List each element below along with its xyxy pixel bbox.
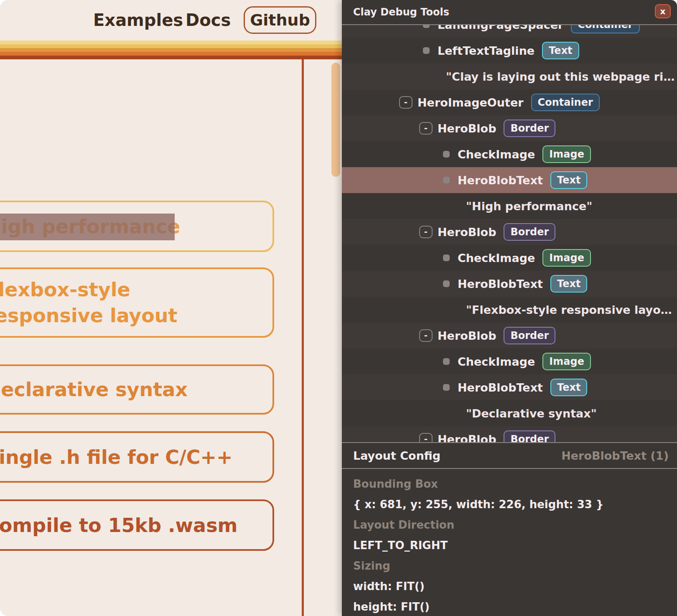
element-type-pill: Border [504, 223, 555, 241]
tree-row-string[interactable]: "Clay is laying out this webpage right n… [342, 64, 677, 89]
property-label: Bounding Box [353, 474, 677, 494]
tree-row-heroblob[interactable]: -HeroBlobBorder [342, 115, 677, 141]
tree-row-heroimageouter[interactable]: -HeroImageOuterContainer [342, 89, 677, 115]
leaf-bullet-icon [443, 384, 450, 391]
element-type-pill: Image [542, 353, 591, 370]
debug-selection-highlight [0, 214, 175, 240]
element-type-pill: Border [504, 430, 555, 442]
element-type-pill: Border [504, 120, 555, 137]
leaf-bullet-icon [443, 358, 450, 365]
hero-blob: Single .h file for C/C++ [0, 431, 274, 483]
property-value: { x: 681, y: 255, width: 226, height: 33… [353, 494, 677, 515]
hero-blob-text: Flexbox-style responsive layout [0, 277, 248, 328]
element-text-content: "Declarative syntax" [342, 407, 597, 420]
tree-row-lefttexttagline[interactable]: LeftTextTaglineText [342, 38, 677, 64]
nav-link-examples[interactable]: Examples [93, 10, 183, 30]
element-name: CheckImage [342, 355, 535, 368]
leaf-bullet-icon [443, 280, 450, 287]
element-name: HeroBlobText [342, 174, 543, 187]
element-name: CheckImage [342, 252, 535, 265]
tree-row-heroblobtext[interactable]: HeroBlobTextText [342, 271, 677, 297]
hero-blob-text: Single .h file for C/C++ [0, 444, 233, 470]
selected-element-label: HeroBlobText (1) [561, 449, 669, 462]
vertical-accent-line [302, 59, 304, 616]
debug-panel-title: Clay Debug Tools [353, 0, 449, 24]
leaf-bullet-icon [443, 255, 450, 261]
github-button[interactable]: Github [244, 6, 316, 34]
tree-row-string[interactable]: "Flexbox-style responsive layout" [342, 297, 677, 323]
hero-blob-text: Declarative syntax [0, 377, 188, 402]
element-type-pill: Border [504, 327, 555, 344]
element-name: CheckImage [342, 148, 535, 161]
element-tree: LandingPageSpacerContainerLeftTextTaglin… [342, 25, 677, 442]
element-type-pill: Text [550, 275, 587, 293]
tree-row-landingpagespacer[interactable]: LandingPageSpacerContainer [342, 25, 677, 38]
element-type-pill: Text [542, 42, 579, 59]
clay-debug-tools-panel: Clay Debug Tools x LandingPageSpacerCont… [342, 0, 677, 616]
element-type-pill: Text [550, 171, 587, 189]
tree-row-string[interactable]: "High performance" [342, 193, 677, 219]
nav-link-docs[interactable]: Docs [186, 10, 231, 30]
element-name: LandingPageSpacer [342, 25, 563, 31]
collapse-button[interactable]: - [419, 122, 433, 135]
tree-row-checkimage[interactable]: CheckImageImage [342, 349, 677, 374]
property-value: LEFT_TO_RIGHT [353, 535, 677, 556]
tree-row-checkimage[interactable]: CheckImageImage [342, 245, 677, 271]
layout-config-properties: Bounding Box{ x: 681, y: 255, width: 226… [342, 470, 677, 616]
tree-row-string[interactable]: "Declarative syntax" [342, 400, 677, 426]
property-value: width: FIT() [353, 576, 677, 597]
tree-row-heroblobtext[interactable]: HeroBlobTextText [342, 374, 677, 400]
hero-blob-text: Compile to 15kb .wasm [0, 512, 237, 538]
property-value: height: FIT() [353, 597, 677, 616]
element-name: LeftTextTagline [342, 44, 534, 57]
element-type-pill: Image [542, 249, 591, 267]
tree-row-checkimage[interactable]: CheckImageImage [342, 141, 677, 167]
layout-config-header: Layout Config HeroBlobText (1) [342, 442, 677, 469]
leaf-bullet-icon [443, 151, 450, 158]
element-type-pill: Container [571, 25, 639, 33]
collapse-button[interactable]: - [419, 226, 433, 238]
tree-row-heroblob[interactable]: -HeroBlobBorder [342, 323, 677, 349]
hero-blob: Compile to 15kb .wasm [0, 499, 274, 551]
element-type-pill: Container [531, 94, 600, 111]
property-label: Sizing [353, 556, 677, 576]
tree-row-heroblobtext[interactable]: HeroBlobTextText [342, 167, 677, 193]
tree-row-heroblob[interactable]: -HeroBlobBorder [342, 219, 677, 245]
close-button[interactable]: x [655, 4, 671, 18]
element-name: HeroBlobText [342, 381, 543, 394]
layout-config-title: Layout Config [353, 449, 440, 462]
collapse-button[interactable]: - [419, 329, 433, 342]
collapse-button[interactable]: - [399, 96, 412, 109]
debug-titlebar: Clay Debug Tools x [342, 0, 677, 25]
page-scrollbar-thumb[interactable] [331, 63, 340, 177]
element-text-content: "High performance" [342, 200, 592, 213]
leaf-bullet-icon [423, 25, 430, 28]
element-type-pill: Image [542, 145, 591, 163]
property-label: Layout Direction [353, 515, 677, 535]
element-name: HeroImageOuter [342, 96, 524, 109]
leaf-bullet-icon [443, 177, 450, 183]
element-type-pill: Text [550, 379, 587, 396]
tree-row-heroblob[interactable]: -HeroBlobBorder [342, 426, 677, 442]
element-name: HeroBlobText [342, 277, 543, 290]
hero-blob: Flexbox-style responsive layout [0, 267, 274, 338]
collapse-button[interactable]: - [419, 433, 433, 442]
element-text-content: "Clay is laying out this webpage right n… [342, 70, 677, 83]
app-root: Examples Docs Github High performanceFle… [0, 0, 677, 616]
hero-blob: Declarative syntax [0, 364, 274, 415]
leaf-bullet-icon [423, 47, 430, 54]
element-text-content: "Flexbox-style responsive layout" [342, 303, 677, 316]
